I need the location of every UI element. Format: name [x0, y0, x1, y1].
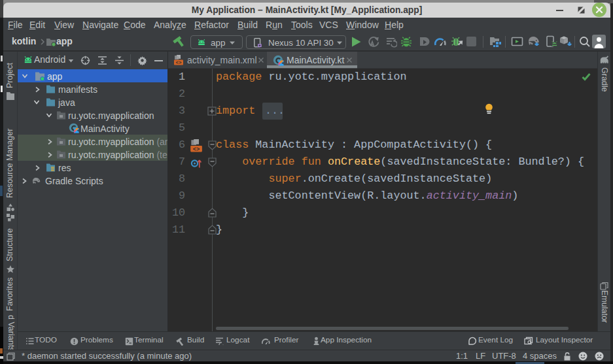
svg-text:<>: <>: [193, 146, 200, 152]
svg-text:<>: <>: [175, 60, 182, 65]
